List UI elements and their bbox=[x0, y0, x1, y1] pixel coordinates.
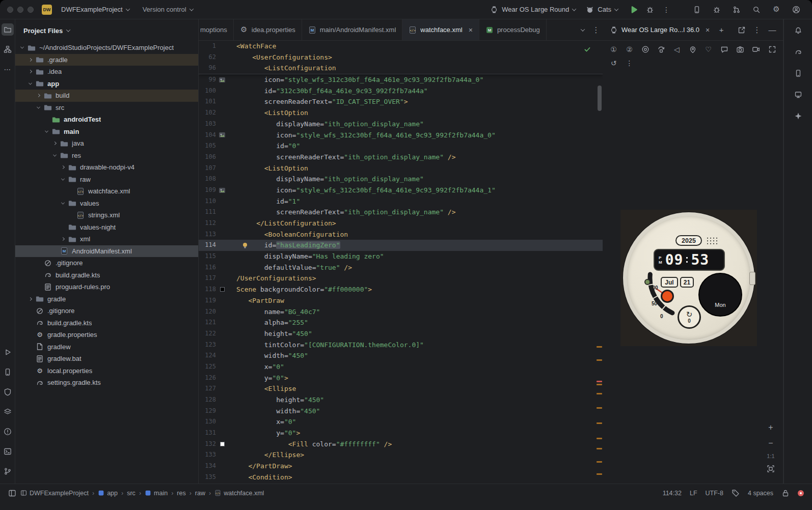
tree-item-xml[interactable]: xml bbox=[15, 233, 198, 245]
tool-problems-icon[interactable] bbox=[2, 426, 14, 438]
window-controls[interactable] bbox=[7, 7, 34, 13]
breadcrumb-dwfexampleproject[interactable]: DWFExampleProject bbox=[20, 490, 89, 497]
zoom-to-fit-icon[interactable] bbox=[765, 463, 777, 475]
run-icon[interactable] bbox=[628, 4, 639, 15]
tree-chevron-icon[interactable] bbox=[35, 92, 42, 99]
code-line-129[interactable]: 129width="450" bbox=[199, 406, 603, 417]
heart-rate-icon[interactable]: ♡ bbox=[702, 43, 714, 55]
code-line-127[interactable]: 127<Ellipse bbox=[199, 383, 603, 394]
line-number[interactable]: 120 bbox=[199, 306, 216, 318]
tree-item-gradlew[interactable]: gradlew bbox=[15, 341, 198, 353]
code-line-135[interactable]: 135<Condition> bbox=[199, 472, 603, 483]
run-configuration-selector[interactable]: Cats bbox=[582, 4, 622, 16]
line-number[interactable]: 125 bbox=[199, 361, 216, 373]
line-number[interactable]: 122 bbox=[199, 328, 216, 339]
tree-item-gradlew-bat[interactable]: gradlew.bat bbox=[15, 353, 198, 365]
stripe-mark[interactable] bbox=[597, 384, 602, 385]
tree-chevron-icon[interactable] bbox=[35, 104, 42, 111]
tree-chevron-icon[interactable] bbox=[51, 139, 59, 147]
tree-item-res[interactable]: res bbox=[15, 150, 198, 162]
device-tab-wear-os[interactable]: Wear OS Large Ro...l 36.0 × bbox=[607, 26, 713, 34]
wear-tilt-icon[interactable] bbox=[655, 43, 667, 55]
vcs-widget[interactable]: Version control bbox=[139, 4, 197, 15]
line-number[interactable]: 130 bbox=[199, 416, 216, 428]
wear-palm-icon[interactable] bbox=[639, 43, 651, 55]
line-separator[interactable]: LF bbox=[690, 490, 697, 497]
tool-build-variants-icon[interactable] bbox=[2, 406, 14, 418]
screen-record-icon[interactable] bbox=[750, 43, 762, 55]
stripe-mark[interactable] bbox=[597, 473, 602, 475]
code-line-96[interactable]: 96<ListConfiguration bbox=[199, 63, 603, 74]
close-window-button[interactable] bbox=[7, 7, 13, 13]
stripe-mark[interactable] bbox=[597, 359, 602, 361]
tool-version-control-icon[interactable] bbox=[2, 465, 14, 477]
tree-item-drawable-nodpi-v4[interactable]: drawable-nodpi-v4 bbox=[15, 161, 198, 174]
pin-icon[interactable] bbox=[687, 43, 698, 55]
line-number[interactable]: 62 bbox=[199, 52, 216, 63]
tool-notifications-icon[interactable] bbox=[792, 24, 804, 37]
code-line-123[interactable]: 123tintColor="[CONFIGURATION.themeColor.… bbox=[199, 339, 603, 351]
tree-item-raw[interactable]: raw bbox=[15, 174, 198, 186]
code-line-116[interactable]: 116defaultValue="true" /> bbox=[199, 262, 603, 273]
messages-icon[interactable] bbox=[718, 43, 730, 55]
caret-position[interactable]: 114:32 bbox=[663, 490, 682, 497]
device-panel-more-icon[interactable]: ⋮ bbox=[750, 25, 764, 35]
tree-item-watchface-xml[interactable]: </>watchface.xml bbox=[15, 185, 198, 197]
search-everywhere-icon[interactable] bbox=[751, 4, 762, 15]
code-line-1[interactable]: 1<WatchFace bbox=[199, 41, 603, 52]
tree-item-androidstudioprojects-dwfexampleproject[interactable]: ~/AndroidStudioProjects/DWFExampleProjec… bbox=[15, 42, 198, 54]
tree-item-gradle[interactable]: .gradle bbox=[15, 54, 198, 66]
line-number[interactable]: 115 bbox=[199, 251, 216, 262]
code-line-111[interactable]: 111screenReaderText="ith_option_display_… bbox=[199, 207, 603, 218]
line-number[interactable]: 99 bbox=[199, 74, 216, 86]
line-number[interactable]: 129 bbox=[199, 406, 216, 417]
tree-item-gitignore[interactable]: .gitignore bbox=[15, 257, 198, 269]
tree-item-androidtest[interactable]: androidTest bbox=[15, 114, 198, 126]
fullscreen-icon[interactable] bbox=[766, 43, 778, 55]
project-widget[interactable]: DWFExampleProject bbox=[57, 4, 133, 15]
device-selector[interactable]: Wear OS Large Round bbox=[486, 4, 580, 16]
line-number[interactable]: 128 bbox=[199, 394, 216, 406]
line-number[interactable]: 117 bbox=[199, 273, 216, 284]
line-number[interactable]: 104 bbox=[199, 130, 216, 141]
stripe-mark[interactable] bbox=[597, 438, 602, 439]
line-number[interactable]: 106 bbox=[199, 152, 216, 163]
tree-item-androidmanifest-xml[interactable]: MAndroidManifest.xml bbox=[15, 245, 198, 258]
maximize-window-button[interactable] bbox=[28, 7, 34, 13]
code-line-110[interactable]: 110id="1" bbox=[199, 196, 603, 207]
line-number[interactable]: 132 bbox=[199, 439, 216, 450]
code-line-62[interactable]: 62<UserConfigurations> bbox=[199, 52, 603, 63]
tree-item-strings-xml[interactable]: </>strings.xml bbox=[15, 209, 198, 221]
open-in-window-icon[interactable] bbox=[735, 26, 748, 34]
breadcrumb-res[interactable]: res bbox=[177, 490, 185, 497]
scrollbar-thumb[interactable] bbox=[598, 86, 602, 111]
settings-icon[interactable]: ⚙ bbox=[771, 4, 782, 15]
stripe-mark[interactable] bbox=[597, 381, 602, 382]
code-line-131[interactable]: 131y="0"> bbox=[199, 428, 603, 439]
code-line-133[interactable]: 133</Ellipse> bbox=[199, 449, 603, 461]
code-line-105[interactable]: 105id="0" bbox=[199, 140, 603, 152]
code-line-103[interactable]: 103displayName="ith_option_display_name" bbox=[199, 119, 603, 130]
line-number[interactable]: 108 bbox=[199, 174, 216, 185]
code-line-108[interactable]: 108displayName="ith_option_display_name" bbox=[199, 174, 603, 185]
tab-moptions[interactable]: moptions bbox=[199, 19, 234, 40]
tree-item-settings-gradle-kts[interactable]: settings.gradle.kts bbox=[15, 377, 198, 389]
breadcrumb-src[interactable]: src bbox=[127, 490, 136, 497]
tree-item-gradle[interactable]: gradle bbox=[15, 293, 198, 305]
tree-item-build[interactable]: build bbox=[15, 90, 198, 102]
breadcrumb-raw[interactable]: raw bbox=[195, 490, 205, 497]
tree-chevron-icon[interactable] bbox=[26, 80, 34, 88]
bug-report-icon[interactable] bbox=[711, 4, 722, 15]
code-line-107[interactable]: 107<ListOption bbox=[199, 163, 603, 174]
line-number[interactable]: 100 bbox=[199, 86, 216, 97]
code-line-109[interactable]: 109icon="style_wfs_312c30bf_f64a_461e_9c… bbox=[199, 185, 603, 196]
lock-icon[interactable] bbox=[781, 489, 790, 497]
breadcrumb-app[interactable]: app bbox=[98, 490, 118, 497]
line-number[interactable]: 134 bbox=[199, 461, 216, 472]
tree-item-java[interactable]: java bbox=[15, 137, 198, 150]
line-number[interactable]: 133 bbox=[199, 449, 216, 461]
code-line-117[interactable]: 117/UserConfigurations> bbox=[199, 273, 603, 284]
tree-chevron-icon[interactable] bbox=[59, 176, 67, 183]
tab-main-androidmanifest-xml[interactable]: Mmain/AndroidManifest.xml bbox=[302, 19, 403, 40]
line-number[interactable]: 126 bbox=[199, 373, 216, 384]
